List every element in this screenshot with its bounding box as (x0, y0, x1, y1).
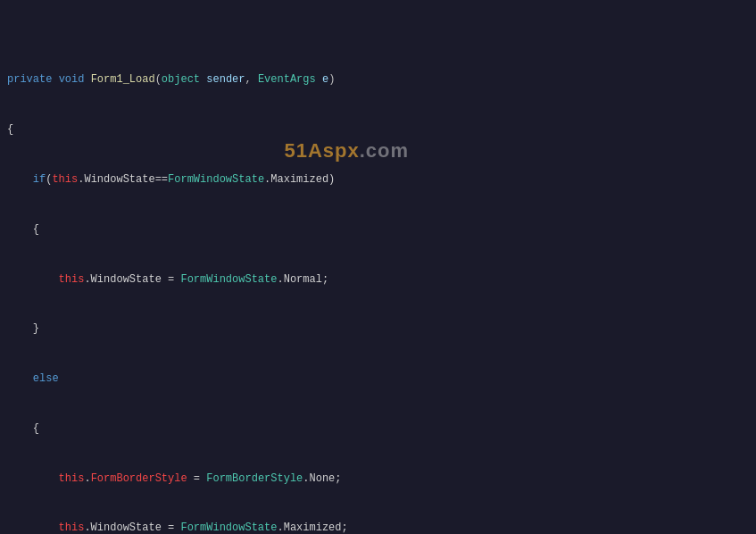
code-line-8: { (0, 421, 756, 438)
code-line-5: this.WindowState = FormWindowState.Norma… (0, 271, 756, 288)
watermark-text: 51Aspx (284, 139, 359, 162)
code-editor: 51Aspx.com private void Form1_Load(objec… (0, 0, 756, 534)
code-line-6: } (0, 321, 756, 338)
code-line-3: if(this.WindowState==FormWindowState.Max… (0, 171, 756, 188)
watermark-suffix: .com (360, 139, 409, 162)
code-line-4: { (0, 221, 756, 238)
code-line-1: private void Form1_Load(object sender, E… (0, 71, 756, 88)
code-line-10: this.WindowState = FormWindowState.Maxim… (0, 520, 756, 534)
code-line-2: { (0, 121, 756, 138)
code-line-9: this.FormBorderStyle = FormBorderStyle.N… (0, 471, 756, 488)
code-line-7: else (0, 371, 756, 388)
